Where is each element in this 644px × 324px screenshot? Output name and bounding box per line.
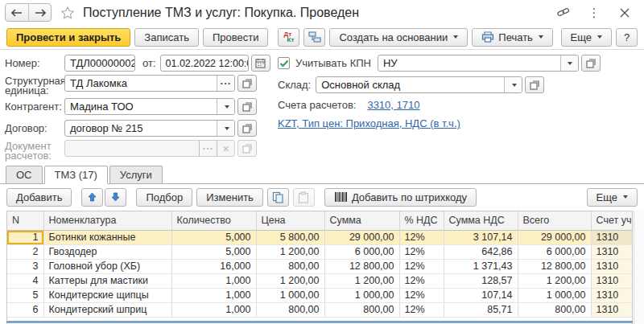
forward-button[interactable] <box>28 4 51 21</box>
create-based-on-button[interactable]: Создать на основании <box>329 28 468 47</box>
help-button[interactable]: ? <box>616 28 638 47</box>
cell-r4-c4[interactable]: 1 200,00 <box>256 273 324 288</box>
post-button[interactable]: Провести <box>203 28 269 47</box>
cell-r5-c4[interactable]: 1 000,00 <box>256 288 324 302</box>
cell-r2-c9[interactable]: 1310 <box>591 244 633 259</box>
cell-r4-c7[interactable]: 128,57 <box>444 273 518 288</box>
cell-r3-c1[interactable]: 3 <box>7 259 43 273</box>
column-header-9[interactable]: Счет учета <box>591 211 633 230</box>
cell-r1-c9[interactable]: 1310 <box>591 230 633 244</box>
cell-r2-c6[interactable]: 12% <box>399 244 444 259</box>
cell-r3-c9[interactable]: 1310 <box>591 259 633 273</box>
debit-credit-button[interactable]: ДтКт <box>278 28 299 47</box>
cell-r1-c8[interactable]: 29 000,00 <box>518 230 591 244</box>
contract-field[interactable]: договор № 215 <box>64 120 235 137</box>
column-header-1[interactable]: N <box>7 211 43 230</box>
cell-r1-c2[interactable]: Ботинки кожанные <box>43 230 171 244</box>
date-field[interactable]: 01.02.2022 12:00:00 <box>160 55 249 72</box>
cell-r3-c6[interactable]: 12% <box>399 259 444 273</box>
cell-r1-c7[interactable]: 3 107,14 <box>444 230 518 244</box>
dropdown-button[interactable] <box>560 55 578 71</box>
cell-r6-c2[interactable]: Кондитерский шприц <box>43 302 171 317</box>
cell-r4-c1[interactable]: 4 <box>7 273 43 288</box>
dropdown-button[interactable] <box>217 121 234 136</box>
horizontal-scrollbar[interactable] <box>6 321 633 323</box>
cell-r1-c3[interactable]: 5,000 <box>171 230 256 244</box>
save-button[interactable]: Записать <box>134 28 199 47</box>
calendar-button[interactable] <box>251 55 270 72</box>
cell-r5-c5[interactable]: 1 000,00 <box>324 288 399 302</box>
window-menu-icon[interactable]: ⋮ <box>588 6 601 19</box>
cell-r4-c9[interactable]: 1310 <box>591 273 633 288</box>
move-up-button[interactable] <box>81 188 103 207</box>
cell-r4-c3[interactable]: 1,000 <box>171 273 256 288</box>
structural-unit-field[interactable]: ТД Лакомка <box>64 75 235 92</box>
table-more-button[interactable]: Еще <box>587 188 638 207</box>
cell-r2-c7[interactable]: 642,86 <box>444 244 518 259</box>
copy-button[interactable] <box>267 188 289 207</box>
cell-r1-c5[interactable]: 29 000,00 <box>324 230 399 244</box>
more-button[interactable]: Еще <box>561 28 612 47</box>
open-warehouse-button[interactable] <box>525 76 544 93</box>
tab-uslugi[interactable]: Услуги <box>109 166 163 183</box>
cell-r5-c6[interactable]: 12% <box>399 288 444 302</box>
column-header-8[interactable]: Всего <box>518 211 591 230</box>
column-header-3[interactable]: Количество <box>171 211 256 230</box>
cell-r3-c2[interactable]: Головной убор (ХБ) <box>43 259 171 273</box>
cell-r5-c8[interactable]: 1 000,00 <box>518 288 591 302</box>
cell-r5-c9[interactable]: 1310 <box>591 288 633 302</box>
kpn-field[interactable]: НУ <box>378 55 579 72</box>
column-header-4[interactable]: Цена <box>256 211 324 230</box>
cell-r1-c1[interactable]: 1 <box>7 230 43 244</box>
pick-button[interactable]: Подбор <box>136 188 192 207</box>
get-link-icon[interactable] <box>557 6 570 19</box>
column-header-2[interactable]: Номенклатура <box>43 211 171 230</box>
vertical-scrollbar[interactable] <box>634 211 644 324</box>
open-structural-unit-button[interactable] <box>237 75 257 92</box>
cell-r2-c1[interactable]: 2 <box>7 244 43 259</box>
dropdown-button[interactable] <box>217 99 234 114</box>
cell-r6-c7[interactable]: 85,71 <box>444 302 518 317</box>
favorite-star-icon[interactable] <box>60 6 75 20</box>
cell-r2-c5[interactable]: 6 000,00 <box>324 244 399 259</box>
column-header-7[interactable]: Сумма НДС <box>444 211 518 230</box>
table-row-1[interactable]: 1Ботинки кожанные5,0005 800,0029 000,001… <box>7 230 633 244</box>
cell-r2-c2[interactable]: Гвоздодер <box>43 244 171 259</box>
number-field[interactable]: ТДЛ00000002 <box>64 55 135 72</box>
cell-r4-c2[interactable]: Каттеры для мастики <box>43 273 171 288</box>
counterparty-field[interactable]: Мадина ТОО <box>64 98 235 115</box>
cell-r4-c8[interactable]: 1 200,00 <box>518 273 591 288</box>
cell-r3-c4[interactable]: 800,00 <box>256 259 324 273</box>
currency-price-type-link[interactable]: KZT, Тип цен: Приходная, НДС (в т.ч.) <box>278 117 460 129</box>
cell-r5-c2[interactable]: Кондитерские щипцы <box>43 288 171 302</box>
open-counterparty-button[interactable] <box>237 98 257 115</box>
table-row-3[interactable]: 3Головной убор (ХБ)16,000800,0012 800,00… <box>7 259 633 273</box>
cell-r3-c7[interactable]: 1 371,43 <box>444 259 518 273</box>
cell-r3-c3[interactable]: 16,000 <box>171 259 256 273</box>
cell-r1-c4[interactable]: 5 800,00 <box>256 230 324 244</box>
add-row-button[interactable]: Добавить <box>6 188 72 207</box>
kpn-checkbox[interactable] <box>278 57 290 69</box>
column-header-6[interactable]: % НДС <box>399 211 444 230</box>
open-kpn-button[interactable] <box>581 55 601 72</box>
cell-r6-c4[interactable]: 800,00 <box>256 302 324 317</box>
cell-r6-c9[interactable]: 1310 <box>591 302 633 317</box>
tab-os[interactable]: ОС <box>6 166 43 183</box>
settlement-accounts-link[interactable]: 3310, 1710 <box>367 99 419 111</box>
cell-r5-c7[interactable]: 107,14 <box>444 288 518 302</box>
cell-r5-c3[interactable]: 1,000 <box>171 288 256 302</box>
print-button[interactable]: Печать <box>472 28 553 47</box>
dropdown-button[interactable] <box>504 77 522 92</box>
cell-r6-c5[interactable]: 800,00 <box>324 302 399 317</box>
table-row-6[interactable]: 6Кондитерский шприц1,000800,00800,0012%8… <box>7 302 633 317</box>
cell-r5-c1[interactable]: 5 <box>7 288 43 302</box>
cell-r2-c4[interactable]: 1 200,00 <box>256 244 324 259</box>
cell-r6-c8[interactable]: 800,00 <box>518 302 591 317</box>
cell-r6-c3[interactable]: 1,000 <box>171 302 256 317</box>
cell-r2-c3[interactable]: 5,000 <box>171 244 256 259</box>
tab-tmz[interactable]: ТМЗ (17) <box>44 166 108 184</box>
close-icon[interactable] <box>618 6 631 19</box>
cell-r2-c8[interactable]: 6 000,00 <box>518 244 591 259</box>
cell-r1-c6[interactable]: 12% <box>399 230 444 244</box>
warehouse-field[interactable]: Основной склад <box>316 76 522 93</box>
